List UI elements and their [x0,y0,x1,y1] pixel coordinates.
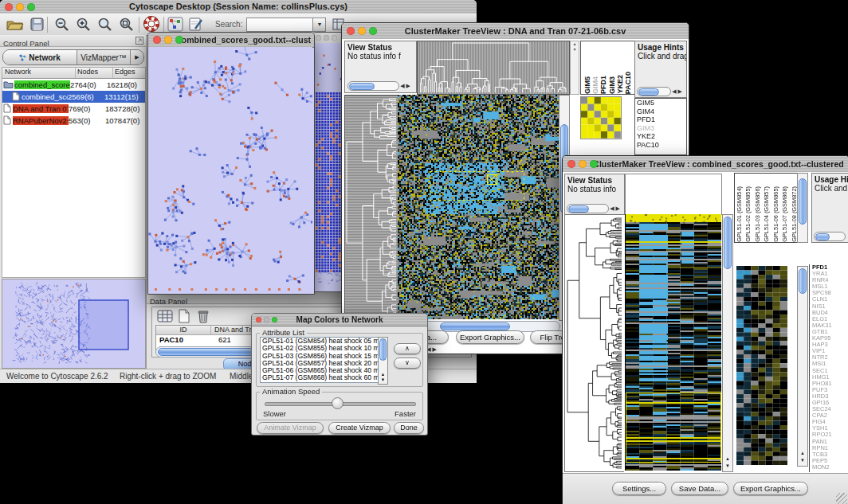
speed-slider-thumb[interactable] [332,397,344,409]
export-graphics-button[interactable]: Export Graphics... [456,330,524,344]
close-icon[interactable] [256,317,261,322]
heatmap-canvas[interactable] [625,214,721,471]
minimize-icon[interactable] [16,3,24,11]
treeview1-titlebar[interactable]: ClusterMaker TreeView : DNA and Tran 07-… [342,23,689,40]
treeview2-titlebar[interactable]: ClusterMaker TreeView : combined_scores_… [563,156,848,173]
window-controls[interactable] [5,3,35,11]
network-list-row[interactable]: RNAPuberNov2+563(0)107847(0) [2,115,145,127]
animate-vizmap-button[interactable]: Animate Vizmap [257,422,324,434]
export-graphics-button[interactable]: Export Graphics... [733,482,808,495]
save-data-button[interactable]: Save Data... [671,482,728,495]
move-down-button[interactable]: ∨ [394,357,421,369]
gene-list[interactable]: PFD1YRA1RNR4MSL1SPC98CLN1NIS1BUD4ELG1MAK… [809,264,848,472]
attribute-list[interactable]: GPL51-01 (GSM854) heat shock 05 minGPL51… [260,337,379,383]
search-input[interactable] [246,18,313,32]
minimize-icon[interactable] [358,27,366,35]
tab-overflow-button[interactable]: ▶ [131,50,143,64]
netwin-titlebar[interactable]: combined_scores_good.txt--cluste... [148,33,314,48]
zoom-in-icon[interactable] [76,17,92,33]
table-grid-icon[interactable] [157,309,173,323]
trash-icon[interactable] [197,309,210,323]
minimize-icon[interactable] [164,36,172,44]
network-list-row[interactable]: DNA and Tran 07769(0)183728(0) [2,103,145,115]
main-titlebar[interactable]: Cytoscape Desktop (Session Name: collins… [0,0,477,14]
open-folder-icon[interactable] [6,18,24,31]
usage-hints-scrollbar[interactable]: ◀▶ [637,87,683,96]
selection-vscrollbar[interactable]: ▲▼ [797,266,808,467]
col-label: YKE2 [617,75,624,94]
zoom-icon[interactable] [175,36,183,44]
dialog-titlebar[interactable]: Map Colors to Network [252,314,427,326]
close-icon[interactable] [5,3,13,11]
data-col-id[interactable]: ID [156,326,211,334]
gene-label: RNR4 [812,277,848,283]
minimize-icon[interactable] [579,160,587,168]
close-icon[interactable] [347,27,355,35]
zoom-icon[interactable] [590,160,598,168]
help-lifesaver-icon[interactable] [143,16,160,33]
settings-button[interactable]: Settings... [612,482,666,495]
network-name: combined_sco [22,92,68,101]
gene-label: ELG1 [812,316,848,322]
map-colors-dialog: Map Colors to Network Attribute List GPL… [251,313,428,436]
column-labels: GPL51-01 (GSM854)GPL51-02 (GSM855)GPL51-… [734,173,799,243]
network-name: DNA and Tran 07 [13,104,69,113]
done-button[interactable]: Done [394,422,424,434]
zoom-icon[interactable] [332,35,337,41]
save-icon[interactable] [30,18,44,31]
status-hint-zoom: Right-click + drag to ZOOM [120,372,216,381]
view-status-text: No status info [565,185,624,193]
gene-label: PEP5 [812,458,848,464]
zoom-icon[interactable] [272,317,277,322]
zoom-selected-icon[interactable] [119,17,135,33]
row-dendrogram-canvas[interactable] [564,214,624,472]
search-dropdown-icon[interactable]: ▼ [313,18,326,32]
row-dendrogram-canvas[interactable] [344,95,398,321]
column-labels-scrollbar[interactable] [797,173,808,243]
col-label: GPL51-03 (GSM856) [755,186,760,242]
zoom-icon[interactable] [369,27,377,35]
zoom-out-icon[interactable] [54,17,71,33]
col-nodes[interactable]: Nodes [76,68,113,78]
tab-vizmapper[interactable]: VizMapper™ [77,50,131,64]
gene-label: KAP95 [812,335,848,342]
col-network[interactable]: Network [2,68,76,78]
minimize-icon[interactable] [324,35,329,41]
gene-list[interactable]: GIM5GIM4PFD1GIM3YKE2PAC10 [634,98,687,155]
birdseye-view-canvas[interactable] [2,279,146,369]
close-icon[interactable] [567,160,575,168]
button-bar: Settings... Save Data... Export Graphics… [563,473,848,504]
resize-grip[interactable] [836,493,847,504]
selection-heatmap-canvas[interactable] [736,266,787,465]
heatmap-vscrollbar[interactable]: ▲▼ [722,214,733,472]
network-overview-icon[interactable] [167,17,183,32]
heatmap-canvas[interactable] [398,95,559,319]
view-status-scrollbar[interactable]: ◀▶ [567,204,621,213]
close-icon[interactable] [316,35,321,41]
tab-network[interactable]: Network [3,50,77,64]
column-dendrogram-canvas[interactable] [417,41,570,95]
dendrogram-spinner[interactable]: ▴▾ [570,41,579,95]
minimize-icon[interactable] [264,317,269,322]
gene-label: PAC10 [637,141,686,150]
view-status-text: No status info f [345,52,416,61]
usage-hints-scrollbar[interactable] [814,232,846,240]
col-edges[interactable]: Edges [113,68,145,78]
annotation-icon[interactable] [188,17,204,32]
network-list-row[interactable]: combined_sco2569(6)13112(15) [2,91,145,103]
network-list-row[interactable]: combined_scores_2764(0)16218(0) [2,79,145,91]
float-panel-icon[interactable] [135,37,143,45]
view-status-scrollbar[interactable]: ◀▶ [347,81,411,90]
zoom-icon[interactable] [27,3,35,11]
new-document-icon[interactable] [178,309,190,323]
similarity-matrix-canvas[interactable] [580,96,622,139]
gene-label: YSH1 [812,425,848,432]
create-vizmap-button[interactable]: Create Vizmap [328,422,391,434]
zoom-fit-icon[interactable] [97,17,114,33]
usage-hints-title: Usage Hi [812,174,848,184]
attribute-list-scrollbar[interactable]: ▲▼ [378,337,388,385]
network-canvas[interactable] [148,47,312,292]
close-icon[interactable] [153,36,161,44]
gene-label: CPA2 [812,412,848,419]
move-up-button[interactable]: ∧ [394,343,421,354]
